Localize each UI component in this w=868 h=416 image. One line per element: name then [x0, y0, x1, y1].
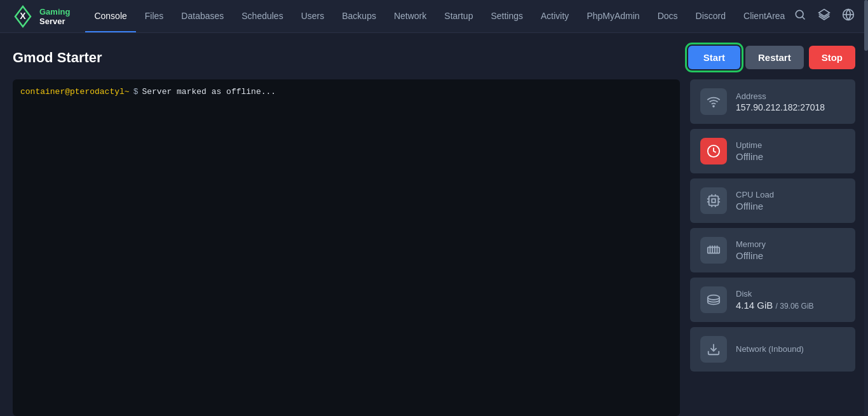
restart-button[interactable]: Restart — [745, 46, 804, 69]
page-header: Gmod Starter Start Restart Stop — [13, 46, 855, 69]
stat-value-disk: 4.14 GiB / 39.06 GiB — [736, 300, 814, 311]
console-panel[interactable]: container@pterodactyl~ $ Server marked a… — [13, 79, 680, 416]
console-line: container@pterodactyl~ $ Server marked a… — [20, 87, 672, 97]
stat-info-network-inbound: Network (Inbound) — [736, 344, 804, 355]
nav-item-files[interactable]: Files — [136, 0, 173, 32]
search-icon[interactable] — [794, 8, 806, 24]
logo-icon: X — [10, 4, 36, 29]
stat-value-cpu: Offline — [736, 201, 774, 211]
memory-icon — [700, 237, 727, 264]
scrollbar-thumb[interactable] — [864, 0, 868, 51]
button-group: Start Restart Stop — [688, 46, 855, 69]
stat-label-uptime: Uptime — [736, 140, 763, 150]
stat-label-address: Address — [736, 91, 825, 101]
console-separator: $ — [133, 87, 139, 97]
nav-item-databases[interactable]: Databases — [172, 0, 233, 32]
stat-card-address: Address 157.90.212.182:27018 — [690, 79, 855, 124]
nav-item-settings[interactable]: Settings — [482, 0, 532, 32]
stat-label-network-inbound: Network (Inbound) — [736, 344, 804, 354]
content-area: container@pterodactyl~ $ Server marked a… — [13, 79, 855, 416]
stat-card-network-inbound: Network (Inbound) — [690, 327, 855, 372]
cpu-icon — [700, 187, 727, 214]
svg-line-3 — [803, 17, 805, 20]
page-title: Gmod Starter — [13, 50, 102, 66]
nav-item-schedules[interactable]: Schedules — [233, 0, 292, 32]
nav-item-console[interactable]: Console — [85, 0, 135, 32]
svg-rect-10 — [712, 199, 715, 203]
stat-value-uptime: Offline — [736, 151, 763, 162]
stop-button[interactable]: Stop — [809, 46, 855, 69]
svg-rect-9 — [709, 196, 719, 206]
stat-value-address: 157.90.212.182:27018 — [736, 102, 825, 112]
stat-info-memory: Memory Offline — [736, 239, 766, 261]
stat-value-memory: Offline — [736, 250, 766, 261]
logo-area: X Gaming Server — [10, 4, 70, 29]
nav-item-activity[interactable]: Activity — [532, 0, 578, 32]
main-content: Gmod Starter Start Restart Stop containe… — [0, 33, 868, 416]
header: X Gaming Server Console Files Databases … — [0, 0, 868, 33]
scrollbar-track[interactable] — [864, 0, 868, 416]
clock-icon — [700, 138, 727, 164]
stat-card-memory: Memory Offline — [690, 228, 855, 272]
download-icon — [700, 336, 727, 363]
start-button[interactable]: Start — [688, 46, 740, 69]
svg-point-2 — [796, 10, 804, 18]
stat-label-cpu: CPU Load — [736, 190, 774, 199]
stat-label-disk: Disk — [736, 289, 814, 299]
main-nav: Console Files Databases Schedules Users … — [85, 0, 794, 32]
nav-item-clientarea[interactable]: ClientArea — [735, 0, 794, 32]
globe-icon[interactable] — [842, 8, 855, 24]
layers-icon[interactable] — [818, 8, 831, 24]
stat-card-disk: Disk 4.14 GiB / 39.06 GiB — [690, 278, 855, 322]
nav-item-network[interactable]: Network — [385, 0, 435, 32]
stat-card-uptime: Uptime Offline — [690, 129, 855, 173]
svg-point-7 — [713, 105, 714, 107]
stat-card-cpu: CPU Load Offline — [690, 178, 855, 223]
stat-info-cpu: CPU Load Offline — [736, 190, 774, 211]
nav-item-startup[interactable]: Startup — [435, 0, 482, 32]
nav-item-backups[interactable]: Backups — [333, 0, 385, 32]
stat-info-uptime: Uptime Offline — [736, 140, 763, 162]
nav-item-docs[interactable]: Docs — [649, 0, 687, 32]
nav-item-phpmyadmin[interactable]: PhpMyAdmin — [578, 0, 648, 32]
stat-label-memory: Memory — [736, 239, 766, 249]
console-prompt: container@pterodactyl~ — [20, 87, 130, 97]
svg-text:X: X — [20, 11, 26, 21]
stat-info-address: Address 157.90.212.182:27018 — [736, 91, 825, 112]
nav-item-discord[interactable]: Discord — [687, 0, 735, 32]
wifi-icon — [700, 88, 727, 115]
logo-text: Gaming Server — [39, 7, 70, 26]
nav-item-users[interactable]: Users — [292, 0, 334, 32]
disk-icon — [700, 286, 727, 313]
header-right — [794, 8, 868, 24]
console-output: Server marked as offline... — [142, 87, 276, 97]
stats-panel: Address 157.90.212.182:27018 Uptime Offl… — [690, 79, 855, 416]
stat-info-disk: Disk 4.14 GiB / 39.06 GiB — [736, 289, 814, 311]
svg-point-28 — [708, 295, 719, 300]
